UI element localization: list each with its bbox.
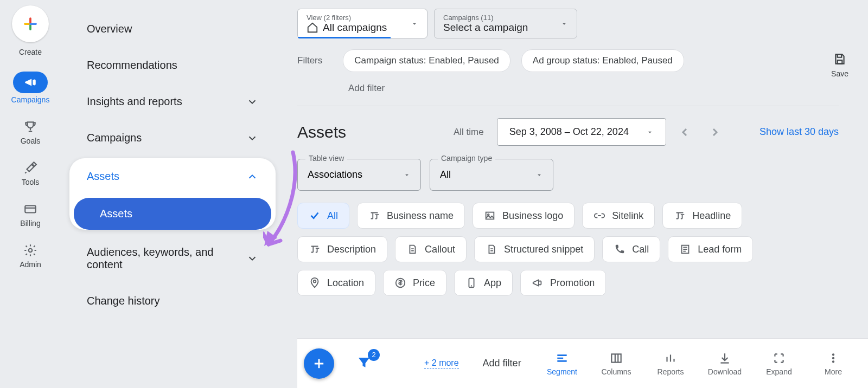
asset-chip-structured-snippet[interactable]: Structured snippet <box>474 236 595 262</box>
filters-label: Filters <box>297 55 322 66</box>
plus-icon <box>311 356 327 371</box>
asset-chip-location[interactable]: Location <box>297 270 375 296</box>
plus-multicolor-icon <box>22 16 39 32</box>
date-prev-button[interactable] <box>673 120 697 144</box>
save-label: Save <box>831 69 848 78</box>
doc-icon <box>406 243 418 255</box>
asset-chip-app[interactable]: App <box>454 270 513 296</box>
sidebar-item-overview[interactable]: Overview <box>69 11 276 47</box>
segment-icon <box>555 351 569 365</box>
sidebar-item-audiences[interactable]: Audiences, keywords, and content <box>69 234 276 283</box>
sidebar-sub-assets[interactable]: Assets <box>74 198 271 230</box>
table-view-selector[interactable]: Table view Associations <box>297 159 421 191</box>
asset-chip-lead-form[interactable]: Lead form <box>668 236 753 262</box>
view-dropdown-caption: View (2 filters) <box>307 14 387 22</box>
columns-icon <box>609 351 623 365</box>
more-vertical-icon <box>826 351 840 365</box>
toolbar-reports[interactable]: Reports <box>651 351 690 376</box>
chevron-down-icon <box>246 132 258 144</box>
add-filter-toolbar[interactable]: Add filter <box>483 358 521 369</box>
asset-chip-description[interactable]: Description <box>297 236 387 262</box>
text-icon <box>674 210 686 222</box>
asset-chip-label: App <box>484 277 501 289</box>
date-next-button[interactable] <box>703 120 727 144</box>
toolbar-segment[interactable]: Segment <box>542 351 582 376</box>
sidebar-item-campaigns[interactable]: Campaigns <box>69 120 276 156</box>
toolbar-download[interactable]: Download <box>705 351 744 376</box>
rail-label: Tools <box>22 178 40 186</box>
filter-chip[interactable]: Ad group status: Enabled, Paused <box>521 49 684 72</box>
asset-chip-headline[interactable]: Headline <box>662 203 742 229</box>
add-filter-button[interactable]: Add filter <box>348 83 868 94</box>
asset-chip-call[interactable]: Call <box>602 236 660 262</box>
home-icon <box>307 22 318 34</box>
rail-item-campaigns[interactable]: Campaigns <box>11 72 50 104</box>
view-dropdown-value: All campaigns <box>307 22 387 34</box>
svg-point-11 <box>832 360 834 363</box>
date-range-selector[interactable]: Sep 3, 2008 – Oct 22, 2024 <box>497 118 666 146</box>
create-label: Create <box>19 48 42 56</box>
asset-chip-callout[interactable]: Callout <box>395 236 467 262</box>
sidebar-item-assets[interactable]: Assets <box>69 158 276 195</box>
asset-chip-business-name[interactable]: Business name <box>357 203 465 229</box>
rail-label: Admin <box>20 260 41 269</box>
rail-item-tools[interactable]: Tools <box>22 160 40 186</box>
sidebar-item-label: Campaigns <box>87 132 142 144</box>
campaign-dropdown[interactable]: Campaigns (11) Select a campaign <box>434 9 577 38</box>
asset-type-chips: AllBusiness nameBusiness logoSitelinkHea… <box>297 203 868 296</box>
price-icon <box>394 277 406 289</box>
phone-icon <box>614 243 626 255</box>
sidebar: Overview Recommendations Insights and re… <box>69 0 276 388</box>
asset-chip-all[interactable]: All <box>297 203 349 229</box>
sidebar-item-recommendations[interactable]: Recommendations <box>69 47 276 83</box>
text-icon <box>309 243 321 255</box>
campaign-dropdown-caption: Campaigns (11) <box>443 14 528 22</box>
asset-chip-label: All <box>327 210 338 222</box>
chevron-left-icon <box>678 126 691 139</box>
asset-chip-label: Location <box>327 277 364 289</box>
tools-icon <box>23 160 38 176</box>
sidebar-item-label: Recommendations <box>87 59 177 72</box>
asset-chip-sitelink[interactable]: Sitelink <box>582 203 655 229</box>
add-fab[interactable] <box>304 348 334 379</box>
filter-chip[interactable]: Campaign status: Enabled, Paused <box>343 49 510 72</box>
create-button[interactable] <box>12 5 49 42</box>
caret-down-icon <box>646 128 654 136</box>
svg-point-9 <box>832 353 834 355</box>
rail-item-billing[interactable]: Billing <box>20 202 40 228</box>
toolbar-more[interactable]: More <box>814 351 853 376</box>
sidebar-item-change-history[interactable]: Change history <box>69 283 276 319</box>
download-icon <box>718 351 732 365</box>
campaign-type-value: All <box>440 169 451 180</box>
view-dropdown[interactable]: View (2 filters) All campaigns <box>297 9 427 38</box>
toolbar-label: More <box>825 367 842 376</box>
filter-button[interactable]: 2 <box>356 354 372 373</box>
more-filters-link[interactable]: + 2 more <box>424 358 459 368</box>
filter-row: Filters Campaign status: Enabled, Paused… <box>297 49 868 72</box>
rail-item-admin[interactable]: Admin <box>20 243 41 269</box>
svg-point-1 <box>29 249 33 253</box>
campaign-type-legend: Campaign type <box>438 154 495 163</box>
sidebar-item-insights[interactable]: Insights and reports <box>69 83 276 120</box>
view-selector-row: View (2 filters) All campaigns Campaigns… <box>297 0 868 38</box>
rail-item-goals[interactable]: Goals <box>21 119 41 145</box>
asset-chip-price[interactable]: Price <box>383 270 446 296</box>
save-button[interactable]: Save <box>831 52 848 78</box>
asset-chip-promotion[interactable]: Promotion <box>520 270 606 296</box>
asset-chip-business-logo[interactable]: Business logo <box>473 203 575 229</box>
asset-chip-label: Price <box>413 277 435 289</box>
toolbar-label: Download <box>708 367 742 376</box>
show-last-30-days-link[interactable]: Show last 30 days <box>760 126 839 138</box>
campaign-dropdown-value: Select a campaign <box>443 22 528 34</box>
campaign-type-selector[interactable]: Campaign type All <box>430 159 553 191</box>
toolbar-label: Reports <box>657 367 684 376</box>
doc-icon <box>486 243 497 255</box>
sidebar-item-label: Overview <box>87 23 132 35</box>
toolbar-label: Columns <box>601 367 631 376</box>
toolbar-columns[interactable]: Columns <box>597 351 636 376</box>
image-icon <box>484 210 496 222</box>
date-range-value: Sep 3, 2008 – Oct 22, 2024 <box>509 126 629 138</box>
asset-chip-label: Business name <box>387 210 454 222</box>
toolbar-expand[interactable]: Expand <box>760 351 799 376</box>
text-icon <box>368 210 380 222</box>
